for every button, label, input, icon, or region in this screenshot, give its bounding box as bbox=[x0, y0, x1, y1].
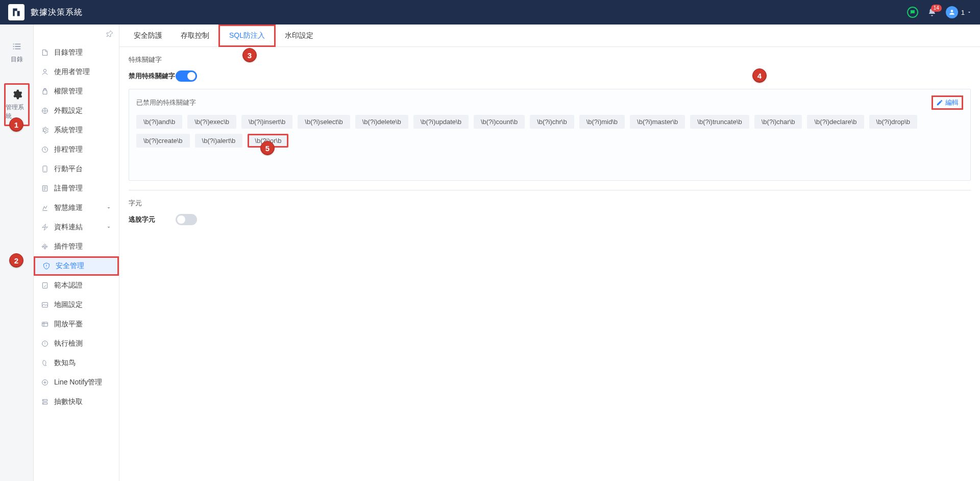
sidebar-item-6[interactable]: 行動平台 bbox=[34, 159, 119, 179]
sidebar-item-12[interactable]: 範本認證 bbox=[34, 276, 119, 295]
avatar-icon bbox=[946, 6, 958, 18]
notifications-icon[interactable]: 14 bbox=[927, 8, 937, 17]
keyword-tag: \b(?i)create\b bbox=[136, 134, 190, 148]
sidebar-item-label: Line Notify管理 bbox=[54, 378, 102, 387]
callout-4: 4 bbox=[752, 68, 767, 83]
menu-item-icon bbox=[41, 359, 49, 367]
rail-catalog[interactable]: 目錄 bbox=[4, 37, 30, 68]
sidebar-item-1[interactable]: 使用者管理 bbox=[34, 62, 119, 82]
edit-label: 編輯 bbox=[945, 98, 959, 107]
sidebar-item-14[interactable]: 開放平臺 bbox=[34, 315, 119, 334]
menu-item-icon bbox=[41, 340, 49, 348]
disable-keywords-label: 禁用特殊關鍵字 bbox=[129, 71, 176, 81]
menu-item-icon bbox=[41, 49, 49, 57]
sidebar-item-17[interactable]: Line Notify管理 bbox=[34, 373, 119, 392]
section-char-title: 字元 bbox=[129, 199, 971, 208]
disabled-keywords-panel: 已禁用的特殊關鍵字 編輯 \b(?i)and\b\b(?i)exec\b\b(?… bbox=[129, 89, 971, 181]
callout-3: 3 bbox=[242, 48, 257, 62]
pin-icon[interactable] bbox=[106, 30, 114, 39]
sidebar-item-label: 範本認證 bbox=[54, 281, 83, 290]
sidebar-item-11[interactable]: 安全管理 bbox=[34, 256, 119, 276]
list-icon bbox=[11, 41, 22, 52]
menu-item-icon bbox=[41, 126, 49, 134]
keyword-tag: \b(?i)select\b bbox=[298, 115, 350, 129]
callout-1: 1 bbox=[9, 117, 23, 132]
sidebar-item-15[interactable]: 執行檢測 bbox=[34, 334, 119, 353]
menu-item-icon bbox=[41, 301, 49, 309]
escape-char-toggle[interactable] bbox=[176, 214, 197, 225]
edit-button[interactable]: 編輯 bbox=[932, 95, 963, 110]
menu-item-icon bbox=[41, 184, 49, 193]
disable-keywords-toggle[interactable] bbox=[176, 70, 197, 82]
sidebar-item-label: 開放平臺 bbox=[54, 320, 83, 329]
sidebar: 目錄管理使用者管理權限管理外觀設定系統管理排程管理行動平台註冊管理智慧維運資料連… bbox=[34, 25, 119, 481]
tab-3[interactable]: 水印設定 bbox=[276, 25, 323, 47]
keyword-tag: \b(?i)count\b bbox=[474, 115, 525, 129]
keyword-tag: \b(?i)truncate\b bbox=[690, 115, 749, 129]
sidebar-item-5[interactable]: 排程管理 bbox=[34, 140, 119, 159]
chevron-down-icon bbox=[106, 205, 112, 211]
gear-icon bbox=[11, 89, 22, 100]
sidebar-item-3[interactable]: 外觀設定 bbox=[34, 101, 119, 121]
sidebar-item-label: 地圖設定 bbox=[54, 300, 83, 309]
menu-item-icon bbox=[41, 243, 49, 251]
menu-item-icon bbox=[41, 146, 49, 154]
keyword-tag: \b(?i)drop\b bbox=[869, 115, 917, 129]
menu-item-icon bbox=[41, 378, 49, 387]
menu-item-icon bbox=[41, 223, 49, 231]
keyword-tag: \b(?i)declare\b bbox=[807, 115, 864, 129]
sidebar-item-label: 安全管理 bbox=[56, 261, 84, 271]
svg-point-4 bbox=[44, 171, 45, 171]
sidebar-item-label: 智慧維運 bbox=[54, 203, 83, 212]
sidebar-item-4[interactable]: 系統管理 bbox=[34, 121, 119, 140]
sidebar-item-2[interactable]: 權限管理 bbox=[34, 82, 119, 101]
sidebar-item-label: 外觀設定 bbox=[54, 106, 83, 115]
nav-rail: 目錄 管理系統 bbox=[0, 25, 34, 481]
menu-item-icon bbox=[42, 262, 51, 270]
tab-0[interactable]: 安全防護 bbox=[125, 25, 172, 47]
sidebar-item-13[interactable]: 地圖設定 bbox=[34, 295, 119, 315]
divider bbox=[129, 190, 971, 190]
sidebar-item-label: 執行檢測 bbox=[54, 339, 83, 348]
sidebar-item-label: 插件管理 bbox=[54, 242, 83, 251]
menu-item-icon bbox=[41, 281, 49, 290]
user-menu[interactable]: 1 bbox=[946, 6, 972, 18]
keyword-tag: \b(?i)char\b bbox=[754, 115, 802, 129]
main-content: 安全防護存取控制SQL防注入水印設定 特殊關鍵字 禁用特殊關鍵字 已禁用的特殊關… bbox=[119, 25, 980, 481]
sidebar-item-label: 系統管理 bbox=[54, 126, 83, 135]
sidebar-item-label: 資料連結 bbox=[54, 223, 83, 232]
menu-item-icon bbox=[41, 204, 49, 212]
sidebar-item-label: 行動平台 bbox=[54, 164, 83, 174]
sidebar-item-9[interactable]: 資料連結 bbox=[34, 218, 119, 237]
sidebar-item-18[interactable]: 抽數快取 bbox=[34, 392, 119, 412]
menu-item-icon bbox=[41, 320, 49, 328]
callout-2: 2 bbox=[9, 253, 23, 268]
keyword-tag: \b(?i)master\b bbox=[630, 115, 685, 129]
sidebar-item-10[interactable]: 插件管理 bbox=[34, 237, 119, 256]
keyword-tag: \b(?i)alert\b bbox=[195, 134, 243, 148]
sidebar-item-label: 抽數快取 bbox=[54, 397, 83, 406]
tab-2[interactable]: SQL防注入 bbox=[218, 25, 276, 47]
notifications-badge: 14 bbox=[931, 5, 942, 12]
chevron-down-icon bbox=[967, 10, 972, 15]
sidebar-item-label: 權限管理 bbox=[54, 87, 83, 96]
keyword-tag: \b(?i)exec\b bbox=[187, 115, 236, 129]
sidebar-item-label: 排程管理 bbox=[54, 145, 83, 154]
app-logo bbox=[8, 4, 24, 20]
sidebar-item-8[interactable]: 智慧維運 bbox=[34, 198, 119, 218]
sidebar-item-label: 註冊管理 bbox=[54, 184, 83, 193]
messages-icon[interactable] bbox=[907, 7, 918, 18]
keyword-tag: \b(?i)chr\b bbox=[530, 115, 574, 129]
menu-item-icon bbox=[41, 165, 49, 173]
svg-point-12 bbox=[43, 403, 44, 403]
tab-1[interactable]: 存取控制 bbox=[172, 25, 218, 47]
callout-5: 5 bbox=[260, 141, 275, 155]
sidebar-item-16[interactable]: 数知鸟 bbox=[34, 353, 119, 373]
sidebar-item-label: 使用者管理 bbox=[54, 67, 90, 77]
rail-catalog-label: 目錄 bbox=[11, 55, 23, 64]
keyword-tag: \b(?i)update\b bbox=[413, 115, 469, 129]
keyword-tag: \b(?i)delete\b bbox=[355, 115, 408, 129]
sidebar-item-7[interactable]: 註冊管理 bbox=[34, 179, 119, 198]
sidebar-item-0[interactable]: 目錄管理 bbox=[34, 43, 119, 62]
svg-rect-8 bbox=[42, 322, 48, 326]
